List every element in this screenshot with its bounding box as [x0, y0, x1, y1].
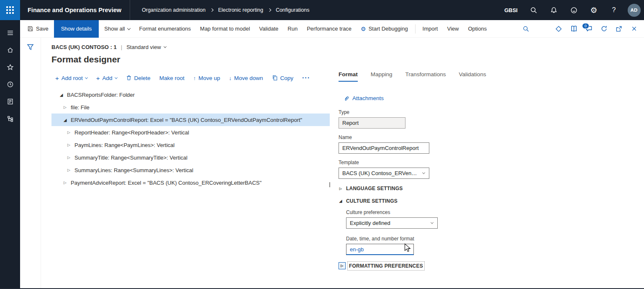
breadcrumb-item[interactable]: Electronic reporting [218, 7, 263, 13]
options-button[interactable]: Options [463, 20, 491, 38]
tab-validations[interactable]: Validations [459, 71, 486, 81]
expand-icon[interactable]: ▷ [62, 105, 68, 109]
help-icon[interactable]: ? [604, 0, 624, 20]
page-title: Format designer [51, 54, 644, 65]
tree-node[interactable]: ◢BACSReportsFolder: Folder [51, 88, 330, 101]
notifications-bell-icon[interactable] [544, 0, 564, 20]
make-root-button[interactable]: Make root [159, 75, 185, 81]
power-apps-icon[interactable] [551, 20, 566, 38]
move-up-button[interactable]: ↑ Move up [193, 75, 220, 81]
recent-clock-icon[interactable] [0, 76, 20, 93]
task-guide-book-icon[interactable] [566, 20, 581, 38]
account-menu[interactable]: AD [624, 0, 644, 20]
view-button[interactable]: View [442, 20, 463, 38]
tree-node[interactable]: ▷PaymentAdviceReport: Excel = "BACS (UK)… [51, 176, 330, 189]
culture-settings-section[interactable]: ◢ CULTURE SETTINGS [339, 198, 644, 204]
view-selector[interactable]: Standard view [126, 44, 166, 50]
topbar-right-cluster: GBSI ⚙ ? AD [504, 0, 644, 20]
record-header: BACS (UK) CONTOSO : 1 | Standard view [51, 44, 644, 50]
format-structure-tree: ◢BACSReportsFolder: Folder▷file: File◢ER… [51, 88, 330, 189]
close-icon[interactable] [626, 20, 641, 38]
hamburger-menu-icon[interactable] [0, 24, 20, 41]
formatting-preferences-section[interactable]: ▷ FORMATTING PREFERENCES [339, 262, 644, 269]
culture-preferences-field: Culture preferences Explicitly defined [346, 209, 644, 229]
forms-page-icon[interactable] [0, 93, 20, 110]
expand-icon[interactable]: ▷ [66, 143, 72, 147]
tree-node-label: PaymentAdviceReport: Excel = "BACS (UK) … [71, 180, 262, 186]
record-title[interactable]: BACS (UK) CONTOSO : 1 [51, 44, 117, 50]
tree-node[interactable]: ▷SummaryLines: Range<SummaryLines>: Vert… [51, 164, 330, 176]
import-button[interactable]: Import [418, 20, 443, 38]
environment-label[interactable]: GBSI [504, 7, 518, 13]
expand-icon: ▷ [341, 264, 343, 268]
splitter-grip[interactable] [329, 182, 330, 187]
tree-node[interactable]: ◢ERVendOutPaymControlReport: Excel = "BA… [51, 114, 330, 126]
search-icon[interactable] [523, 0, 544, 20]
move-down-button[interactable]: ↓ Move down [229, 75, 263, 81]
tab-mapping[interactable]: Mapping [371, 71, 393, 81]
name-input[interactable] [339, 142, 429, 154]
tree-node[interactable]: ▷file: File [51, 101, 330, 114]
tree-node-label: SummaryTitle: Range<SummaryTitle>: Verti… [74, 155, 187, 161]
copy-button[interactable]: Copy [272, 75, 294, 81]
culture-preferences-dropdown[interactable]: Explicitly defined [346, 217, 438, 229]
name-field: Name [339, 134, 644, 154]
save-button[interactable]: Save [23, 20, 53, 38]
command-run[interactable]: Run [283, 20, 302, 38]
attachments-link[interactable]: Attachments [344, 95, 644, 101]
tab-format[interactable]: Format [339, 71, 358, 82]
favorites-star-icon[interactable] [0, 59, 20, 76]
detail-panel: FormatMappingTransformationsValidations … [330, 71, 644, 289]
messages-icon[interactable]: 0 [581, 20, 596, 38]
hierarchy-icon[interactable] [0, 110, 20, 127]
focused-expand-box[interactable]: ▷ [339, 262, 346, 269]
show-all-dropdown[interactable]: Show all [100, 20, 134, 38]
type-label: Type [339, 109, 644, 115]
more-commands-button[interactable]: ··· [302, 74, 310, 82]
tab-transformations[interactable]: Transformations [405, 71, 446, 81]
chevron-down-icon [164, 45, 167, 48]
collapse-icon[interactable]: ◢ [58, 93, 64, 97]
app-launcher-button[interactable] [0, 0, 20, 20]
tree-node[interactable]: ▷ReportHeader: Range<ReportHeader>: Vert… [51, 126, 330, 139]
filter-funnel-icon[interactable] [27, 44, 34, 51]
breadcrumb-item[interactable]: Configurations [276, 7, 310, 13]
open-in-new-window-icon[interactable] [611, 20, 626, 38]
tree-node[interactable]: ▷SummaryTitle: Range<SummaryTitle>: Vert… [51, 151, 330, 164]
app-title[interactable]: Finance and Operations Preview [20, 7, 130, 13]
template-field: Template BACS (UK) Contoso_ERVendO... [339, 160, 644, 179]
chevron-down-icon [85, 76, 88, 79]
add-root-button[interactable]: + Add root [55, 75, 87, 81]
collapse-icon[interactable]: ◢ [62, 118, 68, 122]
datetime-format-dropdown[interactable]: en-gb [346, 244, 414, 255]
type-field: Type [339, 109, 644, 129]
start-debugging-button[interactable]: ⚙ Start Debugging [356, 20, 413, 38]
waffle-icon [6, 6, 14, 14]
add-button[interactable]: + Add [96, 75, 117, 81]
breadcrumb-item[interactable]: Organization administration [142, 7, 205, 13]
expand-icon[interactable]: ▷ [66, 168, 72, 172]
settings-gear-icon[interactable]: ⚙ [584, 0, 604, 20]
delete-button[interactable]: Delete [126, 75, 151, 81]
command-map-format-to-model[interactable]: Map format to model [195, 20, 254, 38]
command-validate[interactable]: Validate [254, 20, 283, 38]
command-performance-trace[interactable]: Performance trace [302, 20, 356, 38]
tree-toolbar: + Add root + Add Delete [51, 71, 330, 85]
language-settings-section[interactable]: ▷ LANGUAGE SETTINGS [339, 186, 644, 191]
refresh-icon[interactable] [596, 20, 611, 38]
record-separator: | [121, 44, 122, 50]
home-icon[interactable] [0, 41, 20, 59]
name-label: Name [339, 134, 644, 140]
command-search-icon[interactable] [518, 20, 534, 38]
expand-icon: ▷ [339, 187, 343, 191]
command-format-enumerations[interactable]: Format enumerations [135, 20, 196, 38]
filter-rail [20, 38, 41, 288]
expand-icon[interactable]: ▷ [66, 130, 72, 134]
feedback-smiley-icon[interactable] [564, 0, 584, 20]
show-details-button[interactable]: Show details [54, 20, 99, 38]
expand-icon[interactable]: ▷ [66, 155, 72, 160]
expand-icon[interactable]: ▷ [62, 181, 68, 185]
tree-node[interactable]: ▷PaymLines: Range<PaymLines>: Vertical [51, 139, 330, 151]
topbar-divider [130, 0, 130, 20]
template-dropdown[interactable]: BACS (UK) Contoso_ERVendO... [339, 168, 429, 179]
